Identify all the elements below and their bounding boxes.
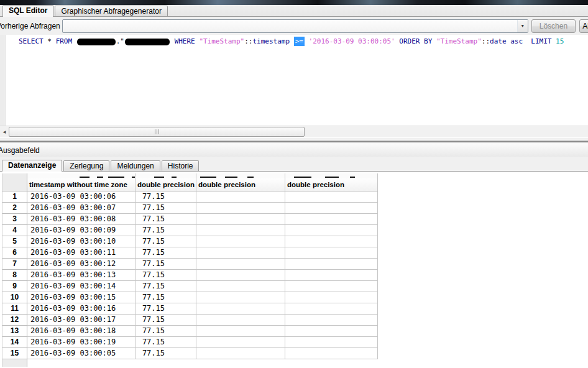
empty-cell[interactable] — [285, 326, 378, 337]
column-header-double-precision-3[interactable]: double precision — [285, 178, 378, 191]
chevron-down-icon[interactable]: ▼ — [517, 20, 528, 32]
row-number-cell[interactable]: 9 — [2, 281, 27, 292]
empty-cell[interactable] — [285, 337, 378, 348]
column-header-double-precision-2[interactable]: double precision — [196, 178, 285, 191]
empty-cell[interactable] — [285, 247, 378, 259]
timestamp-cell[interactable]: 2016-03-09 03:00:08 — [27, 214, 136, 225]
scrollbar-thumb[interactable] — [9, 127, 305, 137]
value-cell[interactable]: 77.15 — [136, 203, 196, 214]
empty-cell[interactable] — [285, 270, 378, 281]
empty-cell[interactable] — [285, 348, 378, 359]
empty-cell[interactable] — [285, 303, 378, 315]
empty-cell[interactable] — [196, 191, 285, 203]
value-cell[interactable]: 77.15 — [136, 247, 196, 259]
empty-cell[interactable] — [196, 247, 285, 259]
tab-data-output[interactable]: Datenanzeige — [2, 160, 62, 172]
empty-cell[interactable] — [285, 203, 378, 214]
row-number-cell[interactable]: 7 — [2, 259, 27, 270]
timestamp-cell[interactable]: 2016-03-09 03:00:18 — [27, 326, 136, 337]
table-row: 122016-03-09 03:00:1777.15 — [2, 315, 378, 326]
value-cell[interactable]: 77.15 — [136, 236, 196, 247]
empty-cell[interactable] — [196, 225, 285, 236]
empty-cell[interactable] — [196, 292, 285, 303]
value-cell[interactable]: 77.15 — [136, 225, 196, 236]
value-cell[interactable]: 77.15 — [136, 270, 196, 281]
empty-cell[interactable] — [285, 236, 378, 247]
tab-explain[interactable]: Zerlegung — [63, 160, 109, 171]
timestamp-cell[interactable]: 2016-03-09 03:00:14 — [27, 281, 136, 292]
tab-history[interactable]: Historie — [162, 160, 200, 171]
value-cell[interactable]: 77.15 — [136, 281, 196, 292]
timestamp-cell[interactable]: 2016-03-09 03:00:13 — [27, 270, 136, 281]
editor-horizontal-scrollbar[interactable]: ◄ — [0, 126, 588, 137]
empty-cell[interactable] — [196, 270, 285, 281]
pane-splitter[interactable] — [0, 137, 588, 144]
value-cell[interactable]: 77.15 — [136, 337, 196, 348]
timestamp-cell[interactable]: 2016-03-09 03:00:09 — [27, 225, 136, 236]
row-number-cell[interactable]: 13 — [2, 326, 27, 337]
empty-cell[interactable] — [196, 303, 285, 315]
empty-cell[interactable] — [196, 203, 285, 214]
empty-cell[interactable] — [196, 259, 285, 270]
empty-cell[interactable] — [285, 292, 378, 303]
clear-all-button[interactable]: Alle löschen — [579, 19, 588, 33]
value-cell[interactable]: 77.15 — [136, 259, 196, 270]
grid-corner-cell[interactable] — [2, 178, 27, 191]
timestamp-cell[interactable]: 2016-03-09 03:00:06 — [27, 191, 136, 203]
row-number-cell[interactable]: 10 — [2, 292, 27, 303]
row-number-cell[interactable]: 14 — [2, 337, 27, 348]
empty-cell[interactable] — [196, 326, 285, 337]
previous-queries-combobox[interactable]: ▼ — [62, 19, 528, 33]
tab-sql-editor-label: SQL Editor — [9, 6, 47, 15]
empty-cell[interactable] — [285, 225, 378, 236]
table-row: 52016-03-09 03:00:1077.15 — [2, 236, 378, 247]
timestamp-cell[interactable]: 2016-03-09 03:00:07 — [27, 203, 136, 214]
table-row: 12016-03-09 03:00:0677.15 — [2, 191, 378, 203]
timestamp-cell[interactable]: 2016-03-09 03:00:17 — [27, 315, 136, 326]
tab-messages[interactable]: Meldungen — [111, 160, 160, 171]
tab-graphical-query-builder[interactable]: Graphischer Abfragegenerator — [55, 6, 167, 16]
row-number-cell[interactable]: 3 — [2, 214, 27, 225]
sql-editor-textarea[interactable]: SELECT * FROM ." WHERE "TimeStamp"::time… — [0, 35, 588, 126]
row-number-cell[interactable]: 15 — [2, 348, 27, 359]
timestamp-cell[interactable]: 2016-03-09 03:00:16 — [27, 303, 136, 315]
empty-cell[interactable] — [285, 191, 378, 203]
value-cell[interactable]: 77.15 — [136, 303, 196, 315]
timestamp-cell[interactable]: 2016-03-09 03:00:11 — [27, 247, 136, 259]
row-number-cell[interactable]: 12 — [2, 315, 27, 326]
value-cell[interactable]: 77.15 — [136, 326, 196, 337]
row-number-cell[interactable] — [2, 359, 27, 367]
timestamp-cell[interactable]: 2016-03-09 03:00:10 — [27, 236, 136, 247]
column-header-double-precision-1[interactable]: double precision — [136, 178, 196, 191]
row-number-cell[interactable]: 1 — [2, 191, 27, 203]
row-number-cell[interactable]: 2 — [2, 203, 27, 214]
value-cell[interactable]: 77.15 — [136, 348, 196, 359]
tab-sql-editor[interactable]: SQL Editor — [2, 5, 53, 17]
timestamp-cell[interactable]: 2016-03-09 03:00:15 — [27, 292, 136, 303]
row-number-cell[interactable]: 6 — [2, 247, 27, 259]
empty-cell[interactable] — [196, 348, 285, 359]
empty-cell[interactable] — [285, 281, 378, 292]
value-cell[interactable]: 77.15 — [136, 191, 196, 203]
empty-cell[interactable] — [196, 281, 285, 292]
column-header-timestamp[interactable]: timestamp without time zone — [27, 178, 136, 191]
value-cell[interactable]: 77.15 — [136, 292, 196, 303]
empty-cell[interactable] — [196, 236, 285, 247]
clear-button[interactable]: Löschen — [531, 19, 576, 33]
row-number-cell[interactable]: 4 — [2, 225, 27, 236]
empty-cell[interactable] — [196, 214, 285, 225]
value-cell[interactable]: 77.15 — [136, 315, 196, 326]
timestamp-cell[interactable]: 2016-03-09 03:00:05 — [27, 348, 136, 359]
row-number-cell[interactable]: 11 — [2, 303, 27, 315]
empty-cell[interactable] — [285, 259, 378, 270]
empty-cell[interactable] — [196, 315, 285, 326]
empty-cell[interactable] — [285, 315, 378, 326]
empty-cell[interactable] — [285, 214, 378, 225]
row-number-cell[interactable]: 5 — [2, 236, 27, 247]
timestamp-cell[interactable]: 2016-03-09 03:00:12 — [27, 259, 136, 270]
empty-cell[interactable] — [196, 337, 285, 348]
value-cell[interactable]: 77.15 — [136, 214, 196, 225]
scroll-left-arrow-icon[interactable]: ◄ — [0, 127, 9, 137]
timestamp-cell[interactable]: 2016-03-09 03:00:19 — [27, 337, 136, 348]
row-number-cell[interactable]: 8 — [2, 270, 27, 281]
